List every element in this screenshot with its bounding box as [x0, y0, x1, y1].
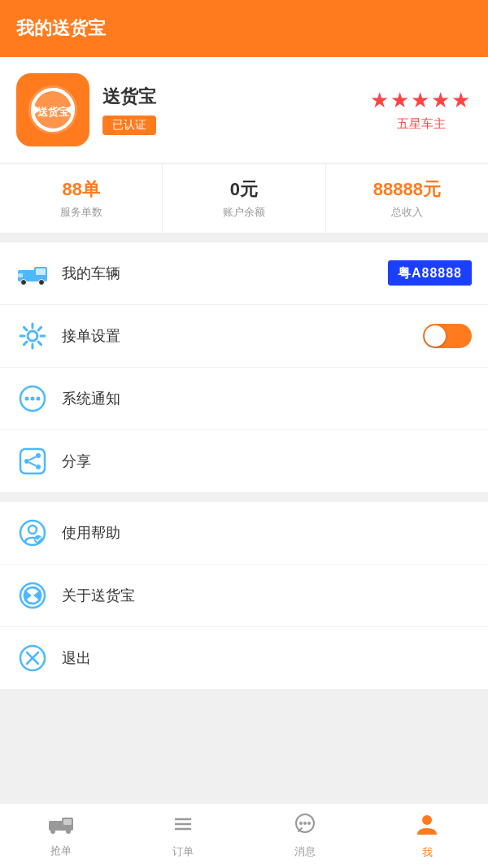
svg-point-41 — [50, 829, 55, 834]
svg-point-20 — [25, 397, 29, 401]
app-logo: 送货宝 — [16, 73, 89, 146]
stat-income: 88888元 总收入 — [326, 164, 488, 233]
nav-item-me[interactable]: 我 — [366, 804, 488, 868]
profile-name: 送货宝 — [102, 85, 357, 109]
stats-row: 88单 服务单数 0元 账户余额 88888元 总收入 — [0, 164, 488, 233]
share-icon — [16, 445, 49, 478]
stat-orders: 88单 服务单数 — [0, 164, 163, 233]
menu-label-notification: 系统通知 — [62, 389, 472, 408]
section-divider-1 — [0, 233, 488, 242]
stat-orders-label: 服务单数 — [0, 205, 162, 220]
license-plate-text: 粤A88888 — [388, 260, 472, 286]
nav-label-messages: 消息 — [294, 844, 316, 859]
menu-item-order-setting[interactable]: 接单设置 — [0, 305, 488, 368]
settings-icon — [16, 320, 49, 352]
menu-label-vehicle: 我的车辆 — [62, 264, 388, 283]
help-icon — [16, 517, 49, 549]
menu-section-1: 我的车辆 粤A88888 — [0, 242, 488, 492]
svg-text:送货宝: 送货宝 — [37, 106, 70, 118]
menu-item-about[interactable]: 关于送货宝 — [0, 565, 488, 627]
star-rating: ★★★★★ — [370, 88, 472, 113]
svg-point-21 — [31, 397, 35, 401]
section-divider-2 — [0, 492, 488, 502]
svg-line-27 — [29, 457, 36, 460]
profile-card: 送货宝 送货宝 已认证 ★★★★★ 五星车主 — [0, 57, 488, 163]
menu-label-share: 分享 — [62, 451, 472, 471]
svg-rect-9 — [18, 273, 23, 277]
orders-icon — [172, 813, 194, 840]
toggle-container[interactable] — [423, 324, 472, 348]
profile-info: 送货宝 已认证 — [102, 85, 357, 135]
svg-line-16 — [38, 342, 41, 345]
menu-item-notification[interactable]: 系统通知 — [0, 368, 488, 430]
order-toggle[interactable] — [423, 324, 472, 348]
notification-icon — [16, 382, 49, 415]
bottom-nav: 抢单 订单 消息 — [0, 803, 488, 868]
svg-point-30 — [28, 526, 37, 534]
svg-point-49 — [307, 822, 311, 825]
nav-label-grab: 抢单 — [50, 844, 72, 858]
svg-point-47 — [299, 822, 303, 825]
stat-orders-value: 88单 — [0, 177, 162, 202]
menu-item-logout[interactable]: 退出 — [0, 627, 488, 689]
nav-label-orders: 订单 — [172, 844, 194, 859]
header-title: 我的送货宝 — [16, 16, 106, 41]
profile-rating: ★★★★★ 五星车主 — [370, 88, 472, 132]
menu-label-help: 使用帮助 — [62, 523, 472, 543]
svg-point-42 — [66, 829, 71, 834]
rating-label: 五星车主 — [370, 116, 472, 132]
svg-line-17 — [38, 327, 41, 330]
svg-rect-6 — [36, 268, 46, 275]
svg-line-15 — [24, 327, 27, 330]
menu-label-order-setting: 接单设置 — [62, 326, 423, 346]
nav-item-orders[interactable]: 订单 — [122, 804, 244, 868]
messages-icon — [294, 813, 316, 840]
stat-income-label: 总收入 — [326, 205, 488, 220]
svg-line-28 — [29, 463, 36, 466]
grab-icon — [49, 814, 73, 840]
stat-income-value: 88888元 — [326, 177, 488, 202]
svg-rect-40 — [63, 819, 72, 825]
svg-marker-34 — [33, 590, 41, 601]
svg-point-10 — [28, 331, 37, 341]
svg-point-25 — [24, 459, 29, 464]
menu-item-vehicle[interactable]: 我的车辆 粤A88888 — [0, 242, 488, 305]
svg-point-24 — [36, 453, 41, 458]
svg-point-7 — [21, 280, 27, 286]
svg-line-18 — [24, 342, 27, 345]
verified-badge: 已认证 — [102, 116, 156, 135]
svg-point-50 — [422, 815, 432, 825]
svg-rect-23 — [20, 449, 45, 473]
svg-point-22 — [37, 397, 41, 401]
menu-section-2: 使用帮助 关于送货宝 — [0, 502, 488, 689]
stat-balance-label: 账户余额 — [163, 205, 325, 220]
menu-label-about: 关于送货宝 — [62, 586, 472, 605]
stat-balance: 0元 账户余额 — [163, 164, 325, 233]
toggle-knob — [425, 325, 446, 347]
stat-balance-value: 0元 — [163, 177, 325, 202]
menu-item-share[interactable]: 分享 — [0, 430, 488, 492]
license-plate-display: 粤A88888 — [388, 265, 472, 282]
nav-item-grab[interactable]: 抢单 — [0, 804, 122, 868]
nav-label-me: 我 — [422, 845, 433, 860]
menu-label-logout: 退出 — [62, 648, 472, 668]
nav-item-messages[interactable]: 消息 — [244, 804, 366, 868]
vehicle-icon — [16, 257, 49, 290]
menu-item-help[interactable]: 使用帮助 — [0, 502, 488, 565]
header: 我的送货宝 — [0, 0, 488, 57]
me-icon — [416, 813, 438, 841]
svg-point-8 — [39, 280, 45, 286]
about-icon — [16, 579, 49, 612]
logout-icon — [16, 642, 49, 674]
svg-point-48 — [303, 822, 307, 825]
svg-point-26 — [36, 465, 41, 469]
